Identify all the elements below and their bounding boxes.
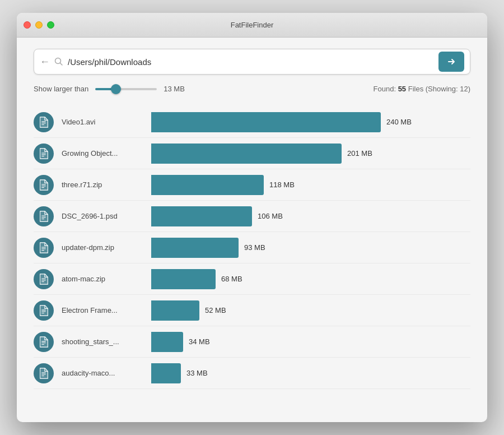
size-bar — [151, 144, 342, 164]
file-icon — [34, 144, 54, 164]
close-button[interactable] — [24, 21, 31, 29]
bar-container: 52 MB — [151, 300, 470, 321]
size-bar — [151, 112, 381, 132]
size-bar — [151, 206, 252, 226]
table-row[interactable]: three.r71.zip 118 MB — [34, 169, 470, 201]
bar-container: 201 MB — [151, 144, 470, 164]
file-size: 52 MB — [205, 306, 226, 314]
titlebar: FatFileFinder — [17, 13, 487, 38]
table-row[interactable]: Video1.avi 240 MB — [34, 107, 470, 138]
file-icon — [34, 363, 54, 383]
found-unit: Files — [406, 85, 423, 93]
bar-container: 33 MB — [151, 363, 470, 383]
file-icon — [34, 238, 54, 258]
filter-bar: Show larger than 13 MB Found: 55 Files (… — [34, 85, 470, 93]
size-bar — [151, 300, 199, 321]
file-name: Video1.avi — [62, 118, 151, 126]
found-count: 55 — [398, 85, 406, 93]
found-label: Found: 55 Files (Showing: 12) — [374, 85, 470, 93]
go-button[interactable] — [438, 52, 464, 72]
size-slider[interactable] — [95, 88, 157, 90]
table-row[interactable]: Growing Object... 201 MB — [34, 138, 470, 169]
bar-container: 106 MB — [151, 206, 470, 226]
file-name: updater-dpm.zip — [62, 243, 151, 252]
size-bar — [151, 363, 181, 383]
found-prefix: Found: — [374, 85, 398, 93]
size-value: 13 MB — [164, 85, 186, 93]
minimize-button[interactable] — [35, 21, 43, 29]
files-list: Video1.avi 240 MB Growing Object... 201 … — [34, 107, 470, 389]
table-row[interactable]: audacity-maco... 33 MB — [34, 358, 470, 389]
app-window: FatFileFinder ← Show larger than — [17, 13, 487, 422]
file-size: 34 MB — [189, 337, 210, 346]
size-bar — [151, 269, 216, 289]
search-icon — [54, 57, 68, 66]
window-title: FatFileFinder — [231, 21, 274, 29]
file-size: 93 MB — [244, 243, 265, 252]
bar-container: 240 MB — [151, 112, 470, 132]
filter-label: Show larger than — [34, 85, 88, 93]
bar-container: 93 MB — [151, 238, 470, 258]
file-icon — [34, 206, 54, 226]
file-icon — [34, 300, 54, 321]
bar-container: 34 MB — [151, 332, 470, 352]
file-name: Electron Frame... — [62, 306, 151, 314]
table-row[interactable]: atom-mac.zip 68 MB — [34, 263, 470, 295]
traffic-lights — [24, 21, 54, 29]
path-input[interactable] — [68, 57, 434, 67]
table-row[interactable]: Electron Frame... 52 MB — [34, 295, 470, 326]
file-size: 68 MB — [221, 275, 242, 283]
maximize-button[interactable] — [47, 21, 54, 29]
file-icon — [34, 112, 54, 132]
file-size: 240 MB — [386, 118, 412, 126]
file-name: Growing Object... — [62, 149, 151, 158]
size-bar — [151, 175, 264, 195]
file-size: 106 MB — [258, 212, 283, 220]
showing-label: (Showing: 12) — [426, 85, 470, 93]
file-size: 201 MB — [347, 149, 372, 158]
main-content: ← Show larger than 13 MB F — [17, 38, 487, 422]
file-name: audacity-maco... — [62, 369, 151, 377]
bar-container: 118 MB — [151, 175, 470, 195]
file-size: 118 MB — [269, 181, 295, 189]
back-button[interactable]: ← — [40, 56, 54, 68]
file-icon — [34, 175, 54, 195]
file-size: 33 MB — [186, 369, 208, 377]
filter-left: Show larger than 13 MB — [34, 85, 186, 93]
search-bar: ← — [34, 49, 470, 75]
bar-container: 68 MB — [151, 269, 470, 289]
file-name: three.r71.zip — [62, 181, 151, 189]
file-name: DSC_2696-1.psd — [62, 212, 151, 220]
file-icon — [34, 332, 54, 352]
size-bar — [151, 332, 183, 352]
table-row[interactable]: updater-dpm.zip 93 MB — [34, 232, 470, 263]
table-row[interactable]: DSC_2696-1.psd 106 MB — [34, 201, 470, 232]
table-row[interactable]: shooting_stars_... 34 MB — [34, 326, 470, 358]
svg-line-1 — [60, 63, 63, 66]
size-bar — [151, 238, 239, 258]
file-icon — [34, 269, 54, 289]
file-name: atom-mac.zip — [62, 275, 151, 283]
file-name: shooting_stars_... — [62, 337, 151, 346]
